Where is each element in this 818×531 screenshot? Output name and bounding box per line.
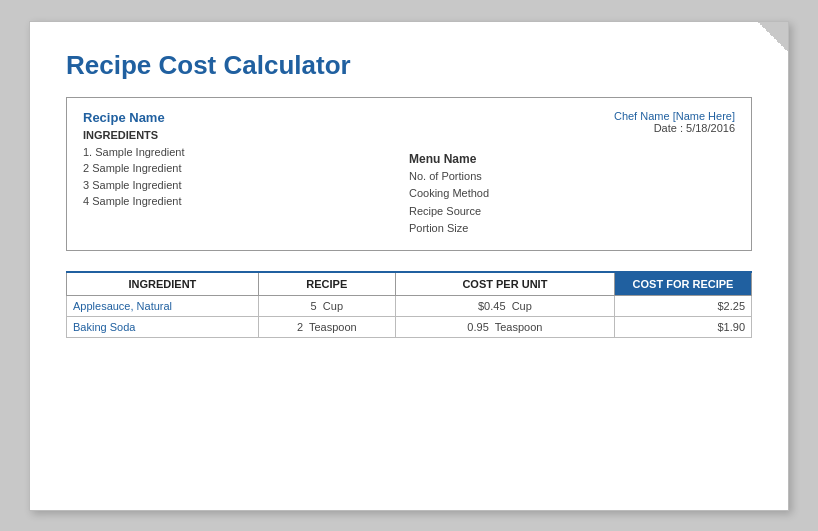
menu-section: Menu Name No. of Portions Cooking Method… [409,152,489,238]
ingredients-header: INGREDIENTS [83,129,409,141]
row1-qty: 5 Cup [258,295,395,316]
ingredient-1: 1. Sample Ingredient [83,144,409,161]
menu-detail-1: Cooking Method [409,185,489,203]
ingredient-2: 2 Sample Ingredient [83,160,409,177]
chef-label: Chef Name [614,110,670,122]
row1-ingredient: Applesauce, Natural [67,295,259,316]
right-column: Chef Name [Name Here] Date : 5/18/2016 M… [409,110,735,238]
row1-cost-unit: $0.45 Cup [395,295,614,316]
table-row: Baking Soda 2 Teaspoon 0.95 Teaspoon $1.… [67,316,752,337]
row2-qty: 2 Teaspoon [258,316,395,337]
col-header-cost-per-unit: COST PER UNIT [395,272,614,296]
table-row: Applesauce, Natural 5 Cup $0.45 Cup $2.2… [67,295,752,316]
col-header-ingredient: INGREDIENT [67,272,259,296]
date-label: Date : [654,122,683,134]
row2-ingredient: Baking Soda [67,316,259,337]
menu-detail-0: No. of Portions [409,168,489,186]
chef-name-line: Chef Name [Name Here] [409,110,735,122]
chef-value: [Name Here] [673,110,735,122]
chef-info-block: Chef Name [Name Here] Date : 5/18/2016 [409,110,735,134]
page-container: Recipe Cost Calculator Recipe Name INGRE… [29,21,789,511]
menu-name-bold: Menu Name [409,152,489,166]
row2-cost-unit: 0.95 Teaspoon [395,316,614,337]
page-title: Recipe Cost Calculator [66,50,752,81]
cost-table: INGREDIENT RECIPE COST PER UNIT COST FOR… [66,271,752,338]
date-value: 5/18/2016 [686,122,735,134]
col-header-recipe: RECIPE [258,272,395,296]
menu-detail-2: Recipe Source [409,203,489,221]
recipe-name-label: Recipe Name [83,110,409,125]
ingredient-3: 3 Sample Ingredient [83,177,409,194]
ingredient-4: 4 Sample Ingredient [83,193,409,210]
row1-cost-recipe: $2.25 [614,295,751,316]
left-column: Recipe Name INGREDIENTS 1. Sample Ingred… [83,110,409,238]
col-header-cost-for-recipe: COST FOR RECIPE [614,272,751,296]
row2-cost-recipe: $1.90 [614,316,751,337]
menu-detail-3: Portion Size [409,220,489,238]
date-line: Date : 5/18/2016 [409,122,735,134]
info-box: Recipe Name INGREDIENTS 1. Sample Ingred… [66,97,752,251]
